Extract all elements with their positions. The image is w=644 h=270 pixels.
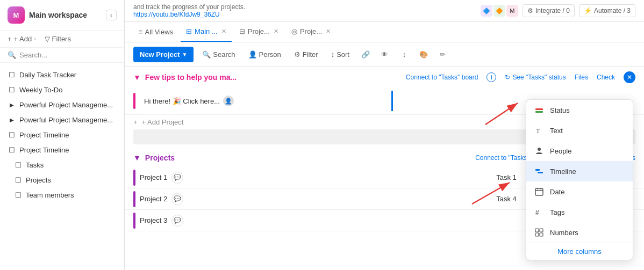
checkbox-icon: ☐ xyxy=(14,191,23,199)
status-icon xyxy=(534,105,545,115)
tab-all-views[interactable]: ≡ All Views xyxy=(133,23,178,41)
svg-rect-4 xyxy=(535,108,543,110)
dropdown-item-numbers[interactable]: Numbers xyxy=(526,222,633,243)
sort-button[interactable]: ↕ Sort xyxy=(327,48,354,61)
sidebar-item-tasks[interactable]: ☐ Tasks xyxy=(0,157,124,172)
svg-rect-9 xyxy=(538,172,543,173)
sidebar-item-powerful-1[interactable]: ▶ Powerful Project Manageme... xyxy=(0,97,124,112)
new-project-button[interactable]: New Project ▼ xyxy=(133,47,194,62)
group-tips-actions: Connect to "Tasks" board i ↻ See "Tasks"… xyxy=(406,71,635,83)
person-button[interactable]: 👤 Person xyxy=(244,48,285,61)
integrate-button[interactable]: ⚙ Integrate / 0 xyxy=(523,4,575,17)
checkbox-icon: ☐ xyxy=(14,160,23,169)
close-tips-button[interactable]: ✕ xyxy=(624,71,635,83)
connect-board-button[interactable]: Connect to "Tasks" board xyxy=(406,74,478,81)
files-button[interactable]: Files xyxy=(575,74,588,81)
more-columns-button[interactable]: More columns xyxy=(526,243,633,260)
sidebar-item-project-timeline-1[interactable]: ☐ Project Timeline xyxy=(0,127,124,142)
search-label: Search xyxy=(213,50,235,59)
chat-icon[interactable]: 💬 xyxy=(171,172,183,184)
chat-icon[interactable]: 💬 xyxy=(171,193,183,205)
search-button[interactable]: 🔍 Search xyxy=(198,48,239,61)
dropdown-item-timeline[interactable]: Timeline xyxy=(526,161,633,181)
numbers-icon xyxy=(534,227,545,238)
sidebar-item-weekly-todo[interactable]: ☐ Weekly To-Do xyxy=(0,82,124,97)
automate-button[interactable]: ⚡ Automate / 3 xyxy=(579,4,635,17)
filters-label: Filters xyxy=(52,35,71,43)
sidebar: M Main workspace ‹ + + Add › ▽ Filters 🔍… xyxy=(0,0,125,270)
topbar-link[interactable]: https://youtu.be/KfdJw9_36ZU xyxy=(133,11,476,18)
automate-label: Automate / 3 xyxy=(594,7,631,14)
tab-main[interactable]: ⊞ Main ... ✕ xyxy=(181,22,232,42)
filters-button[interactable]: ▽ Filters xyxy=(45,35,71,43)
dropdown-arrow-icon: ▼ xyxy=(182,52,187,57)
dropdown-item-status[interactable]: Status xyxy=(526,100,633,120)
add-project-label: + Add Project xyxy=(142,118,184,126)
svg-rect-8 xyxy=(535,169,540,171)
search-icon: 🔍 xyxy=(202,50,211,59)
check-button[interactable]: Check xyxy=(597,74,615,81)
tab-proje-1[interactable]: ⊟ Proje... ✕ xyxy=(234,22,284,42)
edit-button[interactable]: ✏ xyxy=(435,47,450,62)
row-name: Project 3 💬 xyxy=(140,215,463,227)
expand-icon: ▶ xyxy=(8,100,16,109)
expand-icon: ▶ xyxy=(8,115,16,124)
search-input[interactable]: 🔍 Search... xyxy=(8,51,117,59)
checkbox-icon: ☐ xyxy=(8,85,16,94)
hamburger-icon: ≡ xyxy=(139,28,143,36)
dropdown-item-date[interactable]: Date xyxy=(526,181,633,202)
tab-proje-2-label: Proje... xyxy=(300,27,322,35)
sidebar-item-projects[interactable]: ☐ Projects xyxy=(0,172,124,187)
filter-button[interactable]: ⚙ Filter xyxy=(290,48,323,61)
info-icon[interactable]: i xyxy=(486,72,496,82)
svg-rect-10 xyxy=(535,188,543,195)
add-project-icon: + xyxy=(133,118,138,126)
sidebar-header: M Main workspace ‹ xyxy=(0,0,124,31)
group-tips-title: Few tips to help you ma... xyxy=(145,73,237,82)
gmail-icon: M xyxy=(506,5,518,17)
group-collapse-icon[interactable]: ▼ xyxy=(133,73,141,82)
svg-rect-5 xyxy=(535,111,543,113)
filter-label: Filter xyxy=(303,50,318,59)
hide-icon-button[interactable]: 👁 xyxy=(377,47,392,62)
group-collapse-icon-2[interactable]: ▼ xyxy=(133,154,141,162)
tabs-bar: ≡ All Views ⊞ Main ... ✕ ⊟ Proje... ✕ ◎ … xyxy=(125,22,644,42)
add-button[interactable]: + + Add › xyxy=(8,35,36,43)
tab-close-icon-3[interactable]: ✕ xyxy=(326,28,331,35)
tab-close-icon[interactable]: ✕ xyxy=(221,28,226,35)
hi-there-text: Hi there! 🎉 Click here... 👤 xyxy=(144,96,387,106)
sidebar-item-powerful-2[interactable]: ▶ Powerful Project Manageme... xyxy=(0,112,124,127)
sidebar-item-project-timeline-2[interactable]: ☐ Project Timeline xyxy=(0,142,124,157)
tags-icon: # xyxy=(534,207,545,217)
dropdown-item-people[interactable]: People xyxy=(526,141,633,161)
chat-icon[interactable]: 💬 xyxy=(171,215,183,227)
dropdown-item-label: Tags xyxy=(550,208,564,216)
sidebar-collapse-button[interactable]: ‹ xyxy=(106,10,117,20)
automate-icon: ⚡ xyxy=(584,7,592,14)
tab-proje-2[interactable]: ◎ Proje... ✕ xyxy=(286,22,336,42)
link-icon-button[interactable]: 🔗 xyxy=(358,47,373,62)
nav-item-label: Daily Task Tracker xyxy=(19,71,76,79)
person-label: Person xyxy=(259,50,281,59)
dropdown-item-label: Numbers xyxy=(550,229,578,237)
see-status-button[interactable]: ↻ See "Tasks" status xyxy=(505,74,566,81)
sidebar-item-team-members[interactable]: ☐ Team members xyxy=(0,187,124,202)
row-height-button[interactable]: ↕ xyxy=(397,47,412,62)
sidebar-item-daily-task-tracker[interactable]: ☐ Daily Task Tracker xyxy=(0,67,124,82)
new-project-label: New Project xyxy=(140,50,180,59)
svg-rect-18 xyxy=(540,233,543,236)
nav-item-label: Projects xyxy=(26,176,51,184)
nav-item-label: Team members xyxy=(26,191,74,199)
nav-item-label: Tasks xyxy=(26,161,44,169)
dropdown-item-text[interactable]: T Text xyxy=(526,120,633,141)
color-button[interactable]: 🎨 xyxy=(416,47,431,62)
sidebar-search[interactable]: 🔍 Search... xyxy=(0,48,124,63)
sidebar-nav: ☐ Daily Task Tracker ☐ Weekly To-Do ▶ Po… xyxy=(0,63,124,270)
integration-icon-1: 🔷 xyxy=(481,5,492,17)
dropdown-item-label: People xyxy=(550,147,571,155)
dropdown-item-label: Date xyxy=(550,188,564,196)
tab-close-icon-2[interactable]: ✕ xyxy=(274,28,278,35)
grid-icon: ⊞ xyxy=(186,27,192,35)
dropdown-item-tags[interactable]: # Tags xyxy=(526,202,633,222)
filter-icon: ⚙ xyxy=(294,50,300,59)
